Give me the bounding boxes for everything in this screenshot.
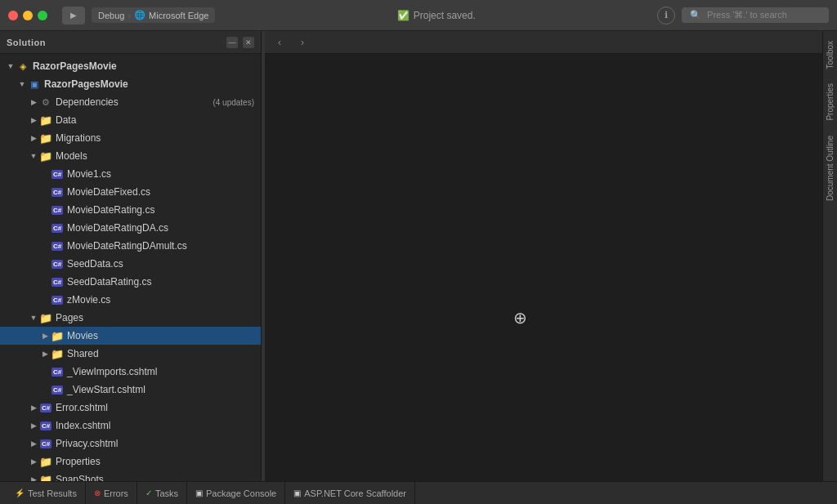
traffic-lights xyxy=(8,11,47,20)
tree-item-solution[interactable]: ◈RazorPagesMovie xyxy=(0,57,261,75)
document-outline-panel-btn[interactable]: Document Outline xyxy=(824,129,836,207)
tree-label-solution: RazorPagesMovie xyxy=(33,60,254,72)
tree-item-pages[interactable]: 📁Pages xyxy=(0,309,261,327)
tree-label-properties: Properties xyxy=(56,456,254,467)
tree-item-snapshots[interactable]: 📁SnapShots xyxy=(0,471,261,481)
tree-label-pages: Pages xyxy=(56,312,254,323)
solution-explorer: Solution — ✕ ◈RazorPagesMovie▣RazorPages… xyxy=(0,31,262,481)
chevron-icon: › xyxy=(128,11,131,20)
file-icon-moviedateratingda: C# xyxy=(51,222,64,234)
bottombar: ⚡ Test Results ⊗ Errors ✓ Tasks ▣ Packag… xyxy=(0,481,837,504)
tree-label-data: Data xyxy=(56,114,254,126)
properties-panel-btn[interactable]: Properties xyxy=(824,77,836,127)
minimize-button[interactable] xyxy=(23,11,33,20)
play-button[interactable]: ▶ xyxy=(62,7,85,25)
tree-item-index[interactable]: C#Index.cshtml xyxy=(0,417,261,435)
tree-item-moviedatefixed[interactable]: C#MovieDateFixed.cs xyxy=(0,183,261,201)
main-area: Solution — ✕ ◈RazorPagesMovie▣RazorPages… xyxy=(0,31,837,481)
toolbox-panel-btn[interactable]: Toolbox xyxy=(824,34,836,75)
back-button[interactable]: ‹ xyxy=(271,34,288,51)
tree-item-error[interactable]: C#Error.cshtml xyxy=(0,399,261,417)
search-placeholder: Press '⌘.' to search xyxy=(707,10,787,20)
arrow-icon-models xyxy=(28,150,39,162)
tree-label-seeddatarating: SeedDataRating.cs xyxy=(67,276,254,288)
file-icon-properties: 📁 xyxy=(39,456,52,467)
tree-item-viewstart[interactable]: C#_ViewStart.cshtml xyxy=(0,381,261,399)
test-results-tab[interactable]: ⚡ Test Results xyxy=(7,482,86,504)
tree-item-migrations[interactable]: 📁Migrations xyxy=(0,129,261,147)
tree-label-privacy: Privacy.cshtml xyxy=(56,438,254,449)
tree-label-models: Models xyxy=(56,150,254,162)
errors-tab[interactable]: ⊗ Errors xyxy=(86,482,137,504)
file-icon-movie1: C# xyxy=(51,168,64,180)
tree-label-zmovie: zMovie.cs xyxy=(67,294,254,306)
tree-item-zmovie[interactable]: C#zMovie.cs xyxy=(0,291,261,309)
tree-item-moviedateratingdamult[interactable]: C#MovieDateRatingDAmult.cs xyxy=(0,237,261,255)
tree-item-seeddatarating[interactable]: C#SeedDataRating.cs xyxy=(0,273,261,291)
search-bar[interactable]: 🔍 Press '⌘.' to search xyxy=(682,7,829,23)
info-icon: ℹ xyxy=(665,10,668,20)
forward-button[interactable]: › xyxy=(294,34,311,51)
tree-label-shared: Shared xyxy=(67,348,254,359)
tasks-label: Tasks xyxy=(155,488,178,498)
package-icon: ▣ xyxy=(195,488,203,497)
file-icon-seeddata: C# xyxy=(51,258,64,270)
status-text: Project saved. xyxy=(414,10,476,21)
tree-label-moviedatefixed: MovieDateFixed.cs xyxy=(67,186,254,198)
status-bar: ✅ Project saved. xyxy=(397,10,476,21)
arrow-icon-solution xyxy=(5,60,16,72)
dep-badge-dependencies: (4 updates) xyxy=(213,98,254,107)
cursor: ⊕ xyxy=(514,309,527,328)
tree-item-project[interactable]: ▣RazorPagesMovie xyxy=(0,75,261,93)
tree-label-project: RazorPagesMovie xyxy=(44,78,254,90)
file-icon-error: C# xyxy=(39,402,52,413)
tree-label-dependencies: Dependencies xyxy=(56,96,209,108)
tree-item-properties[interactable]: 📁Properties xyxy=(0,453,261,471)
package-console-tab[interactable]: ▣ Package Console xyxy=(187,482,285,504)
arrow-icon-privacy xyxy=(28,438,39,449)
editor-content: ⊕ xyxy=(265,54,822,481)
arrow-icon-properties xyxy=(28,456,39,467)
tree-label-moviedateratingda: MovieDateRatingDA.cs xyxy=(67,222,254,234)
search-icon: 🔍 xyxy=(690,10,701,20)
arrow-icon-shared xyxy=(39,348,51,359)
tree-item-moviedaterating[interactable]: C#MovieDateRating.cs xyxy=(0,201,261,219)
tree-item-movie1[interactable]: C#Movie1.cs xyxy=(0,165,261,183)
tree-item-movies[interactable]: 📁Movies xyxy=(0,327,261,345)
file-icon-seeddatarating: C# xyxy=(51,276,64,288)
check-icon: ✅ xyxy=(397,10,410,21)
arrow-icon-migrations xyxy=(28,132,39,144)
asp-scaffolder-tab[interactable]: ▣ ASP.NET Core Scaffolder xyxy=(285,482,415,504)
tree-label-snapshots: SnapShots xyxy=(56,474,254,481)
close-button[interactable] xyxy=(8,11,18,20)
info-button[interactable]: ℹ xyxy=(657,7,675,25)
debug-label: Debug xyxy=(98,11,124,20)
tasks-tab[interactable]: ✓ Tasks xyxy=(137,482,187,504)
file-icon-viewstart: C# xyxy=(51,384,64,395)
fullscreen-button[interactable] xyxy=(38,11,47,20)
file-icon-pages: 📁 xyxy=(39,312,52,323)
tree-item-shared[interactable]: 📁Shared xyxy=(0,345,261,363)
tree-label-error: Error.cshtml xyxy=(56,402,254,413)
check-icon: ✓ xyxy=(145,488,152,497)
bolt-icon: ⚡ xyxy=(15,488,25,497)
tree-item-dependencies[interactable]: ⚙Dependencies(4 updates) xyxy=(0,93,261,111)
solution-tree[interactable]: ◈RazorPagesMovie▣RazorPagesMovie⚙Depende… xyxy=(0,54,261,481)
tree-label-index: Index.cshtml xyxy=(56,420,254,431)
tree-item-privacy[interactable]: C#Privacy.cshtml xyxy=(0,435,261,453)
tree-item-viewimports[interactable]: C#_ViewImports.cshtml xyxy=(0,363,261,381)
sidebar-minimize-btn[interactable]: — xyxy=(226,37,238,48)
file-icon-moviedaterating: C# xyxy=(51,204,64,216)
sidebar-close-btn[interactable]: ✕ xyxy=(243,37,254,48)
package-console-label: Package Console xyxy=(206,488,276,498)
tree-item-data[interactable]: 📁Data xyxy=(0,111,261,129)
debug-segment[interactable]: Debug › 🌐 Microsoft Edge xyxy=(92,7,215,23)
asp-scaffolder-label: ASP.NET Core Scaffolder xyxy=(304,488,406,498)
editor-area: ‹ › ⊕ xyxy=(265,31,822,481)
tree-item-seeddata[interactable]: C#SeedData.cs xyxy=(0,255,261,273)
tree-item-models[interactable]: 📁Models xyxy=(0,147,261,165)
arrow-icon-dependencies xyxy=(28,96,39,108)
arrow-icon-data xyxy=(28,114,39,126)
arrow-icon-index xyxy=(28,420,39,431)
tree-item-moviedateratingda[interactable]: C#MovieDateRatingDA.cs xyxy=(0,219,261,237)
